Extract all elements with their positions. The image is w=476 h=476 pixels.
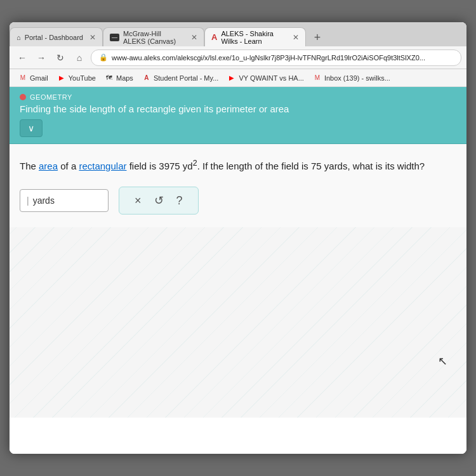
bookmark-student-portal[interactable]: A Student Portal - My... (138, 72, 223, 84)
bookmark-label: Gmail (30, 74, 48, 82)
help-button[interactable]: ? (174, 194, 185, 208)
bookmark-label: Maps (116, 74, 133, 82)
browser-window: ⌂ Portal - Dashboard ✕ — McGraw-Hill ALE… (10, 22, 466, 454)
tab-label: ALEKS - Shakira Wilks - Learn (221, 30, 286, 45)
bookmark-vy[interactable]: ▶ VY QWAINT vs HA... (223, 72, 307, 84)
vy-icon: ▶ (227, 74, 236, 83)
student-portal-icon: A (142, 74, 151, 83)
answer-row: | yards × ↺ ? (20, 187, 456, 215)
reload-button[interactable]: ↻ (53, 50, 68, 65)
tab-bar: ⌂ Portal - Dashboard ✕ — McGraw-Hill ALE… (10, 22, 466, 46)
aleks-subject: GEOMETRY (20, 93, 456, 101)
question-prefix: he (25, 161, 39, 171)
new-tab-button[interactable]: + (308, 29, 326, 46)
dropdown-icon: ∨ (28, 123, 34, 133)
rectangular-link[interactable]: rectangular (79, 161, 126, 171)
bookmark-inbox[interactable]: M Inbox (139) - swilks... (309, 72, 394, 84)
mouse-cursor-icon: ↖ (438, 354, 447, 368)
address-text: www-awu.aleks.com/alekscgi/x/lsl.exe/1o_… (112, 54, 425, 62)
subject-label: GEOMETRY (30, 93, 72, 101)
tab-close-icon[interactable]: ✕ (191, 33, 197, 42)
exponent: 2 (193, 159, 197, 168)
tab-home-icon: ⌂ (17, 34, 21, 41)
subject-dot (20, 94, 26, 100)
youtube-icon: ▶ (57, 74, 66, 83)
tab-aleks-active[interactable]: A ALEKS - Shakira Wilks - Learn ✕ (204, 27, 306, 46)
answer-input-wrapper[interactable]: | yards (20, 189, 109, 212)
aleks-title: Finding the side length of a rectangle g… (20, 103, 456, 114)
undo-button[interactable]: ↺ (152, 194, 166, 208)
bookmark-youtube[interactable]: ▶ YouTube (53, 72, 100, 84)
question-text: The area of a rectangular field is 3975 … (20, 157, 456, 174)
unit-label: yards (33, 195, 55, 206)
tab-mcgraw[interactable]: — McGraw-Hill ALEKS (Canvas) ✕ (103, 27, 204, 46)
home-button[interactable]: ⌂ (72, 50, 87, 65)
tab-aleks-icon: A (211, 32, 217, 42)
tab-close-icon[interactable]: ✕ (293, 33, 299, 42)
address-input[interactable]: 🔒 www-awu.aleks.com/alekscgi/x/lsl.exe/1… (91, 50, 461, 66)
tab-close-icon[interactable]: ✕ (89, 33, 96, 42)
bookmark-label: YouTube (69, 74, 96, 82)
forward-button[interactable]: → (34, 50, 49, 65)
bookmark-gmail[interactable]: M Gmail (15, 72, 52, 84)
main-content: GEOMETRY Finding the side length of a re… (10, 87, 466, 454)
laptop-screen: ⌂ Portal - Dashboard ✕ — McGraw-Hill ALE… (10, 22, 466, 454)
maps-icon: 🗺 (105, 74, 114, 83)
inbox-icon: M (313, 74, 322, 83)
watermark-area: ↖ (10, 227, 466, 418)
address-bar: ← → ↻ ⌂ 🔒 www-awu.aleks.com/alekscgi/x/l… (10, 46, 466, 69)
bookmark-label: VY QWAINT vs HA... (239, 74, 303, 82)
bookmarks-bar: M Gmail ▶ YouTube 🗺 Maps A Student Porta… (10, 69, 466, 87)
tab-portal-dashboard[interactable]: ⌂ Portal - Dashboard ✕ (10, 27, 103, 46)
clear-button[interactable]: × (132, 194, 144, 208)
area-link[interactable]: area (39, 161, 58, 171)
tab-mcgraw-icon: — (110, 34, 119, 41)
question-area: The area of a rectangular field is 3975 … (10, 144, 466, 227)
back-button[interactable]: ← (15, 50, 30, 65)
gmail-icon: M (18, 74, 27, 83)
tab-label: McGraw-Hill ALEKS (Canvas) (123, 30, 185, 45)
bookmark-label: Inbox (139) - swilks... (324, 74, 390, 82)
lock-icon: 🔒 (99, 53, 108, 62)
question-of-a: of a (58, 161, 79, 171)
question-field-is: field is 3975 yd2. If the length of the … (126, 161, 425, 171)
bookmark-label: Student Portal - My... (154, 74, 219, 82)
action-buttons-group: × ↺ ? (119, 187, 199, 215)
tab-label: Portal - Dashboard (25, 34, 83, 41)
text-cursor-icon: | (27, 195, 29, 206)
bookmark-maps[interactable]: 🗺 Maps (101, 72, 137, 84)
aleks-header: GEOMETRY Finding the side length of a re… (10, 87, 466, 144)
dropdown-button[interactable]: ∨ (20, 119, 43, 137)
